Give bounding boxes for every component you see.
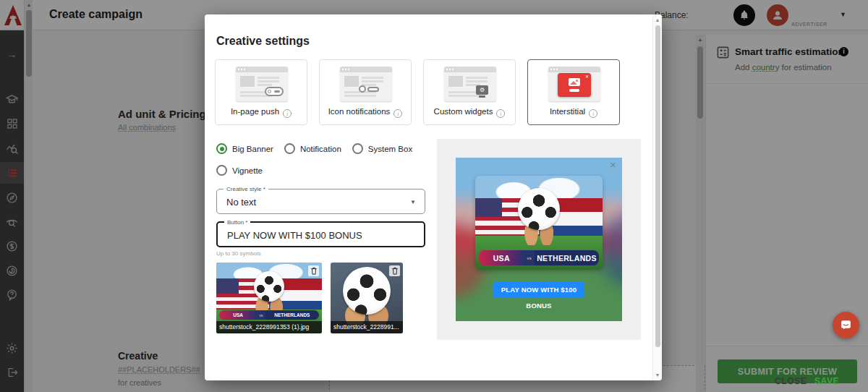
interstitial-illustration: ✕ <box>548 67 600 101</box>
field-helper-text: Up to 30 symbols <box>216 250 261 257</box>
creative-thumbnail-2[interactable]: shutterstock_2228991... <box>331 263 403 333</box>
format-label: Icon notifications <box>328 107 391 116</box>
icon-notifications-illustration <box>340 67 392 101</box>
field-label: Creative style * <box>224 186 268 192</box>
trash-icon <box>391 267 399 275</box>
chevron-down-icon[interactable]: ▼ <box>410 199 416 205</box>
creative-style-select[interactable]: Creative style * No text ▼ <box>216 189 425 214</box>
info-icon[interactable]: i <box>496 109 505 118</box>
format-label: Custom widgets <box>434 107 493 116</box>
preview-image: USA vs NETHERLANDS <box>475 176 603 270</box>
radio-icon <box>216 143 227 154</box>
thumbnail-filename: shutterstock_2228991... <box>331 321 403 333</box>
delete-thumbnail-button[interactable] <box>308 265 319 276</box>
button-text-input[interactable]: Button * PLAY NOW WITH $100 BONUS <box>216 221 425 247</box>
scroll-down-icon[interactable]: ▼ <box>653 372 662 378</box>
format-card-icon-notifications[interactable]: Icon notificationsi <box>319 59 412 125</box>
creative-settings-modal: Creative settings In-page pushi Icon not… <box>205 14 662 380</box>
radio-icon <box>352 143 363 154</box>
field-label: Button * <box>224 219 250 226</box>
radio-icon <box>216 165 227 176</box>
info-icon[interactable]: i <box>589 109 597 118</box>
radio-vignette[interactable]: Vignette <box>216 165 263 176</box>
format-card-inpage-push[interactable]: In-page pushi <box>215 59 307 125</box>
preview-close-icon[interactable]: ✕ <box>610 161 616 170</box>
delete-thumbnail-button[interactable] <box>389 265 400 276</box>
interstitial-preview: ✕ USA vs NETHERLANDS <box>456 158 622 321</box>
info-icon[interactable]: i <box>393 109 402 118</box>
app-root: Create campaign Balance: ADVERTISER ▼ → <box>0 0 868 392</box>
field-value: No text <box>226 197 256 208</box>
inpage-push-illustration <box>236 67 288 101</box>
ad-preview-panel: ✕ USA vs NETHERLANDS <box>437 139 641 340</box>
trash-icon <box>310 267 318 275</box>
modal-title: Creative settings <box>216 35 310 48</box>
format-card-custom-widgets[interactable]: ⚙ Custom widgetsi <box>423 59 516 125</box>
scroll-up-icon[interactable]: ▲ <box>653 17 662 22</box>
radio-notification[interactable]: Notification <box>284 143 341 154</box>
radio-system-box[interactable]: System Box <box>352 143 412 154</box>
info-icon[interactable]: i <box>283 109 292 118</box>
save-button[interactable]: SAVE <box>814 376 839 386</box>
modal-scrollbar[interactable]: ▲ ▼ <box>652 14 662 380</box>
chat-widget-button[interactable] <box>833 312 859 338</box>
format-label: Interstitial <box>550 107 585 116</box>
format-card-interstitial[interactable]: ✕ Interstitiali <box>527 59 620 125</box>
creative-thumbnail-1[interactable]: USA vs NETHERLANDS shutterstock_22289913… <box>216 263 322 333</box>
thumbnail-filename: shutterstock_2228991353 (1).jpg <box>216 321 322 333</box>
custom-widgets-illustration: ⚙ <box>444 67 496 101</box>
chat-bubble-icon <box>840 319 852 331</box>
format-label: In-page push <box>231 107 279 116</box>
preview-cta-button[interactable]: PLAY NOW WITH $100 BONUS <box>493 282 584 298</box>
field-value: PLAY NOW WITH $100 BONUS <box>227 230 362 241</box>
close-button[interactable]: CLOSE <box>775 376 807 386</box>
radio-icon <box>284 143 295 154</box>
radio-big-banner[interactable]: Big Banner <box>216 143 273 154</box>
scroll-thumb[interactable] <box>655 25 660 347</box>
